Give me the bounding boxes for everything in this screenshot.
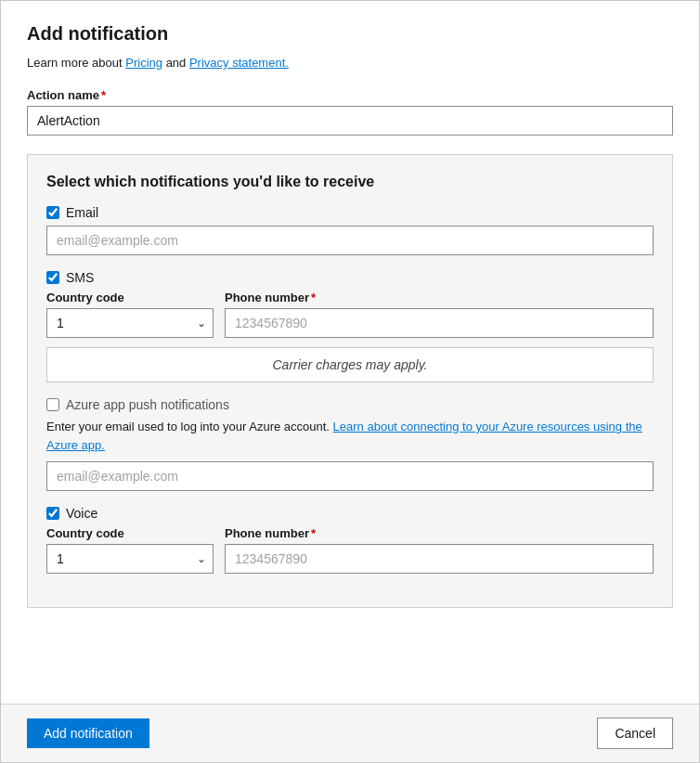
azure-push-description: Enter your email used to log into your A… <box>46 418 654 454</box>
action-name-field: Action name* <box>27 88 673 136</box>
azure-push-label[interactable]: Azure app push notifications <box>66 397 229 412</box>
voice-country-group: Country code 1 44 91 ⌄ <box>46 526 214 574</box>
voice-label[interactable]: Voice <box>66 506 97 521</box>
azure-push-section: Azure app push notifications Enter your … <box>46 397 654 491</box>
email-section: Email <box>46 205 654 255</box>
modal-body: Add notification Learn more about Pricin… <box>1 1 699 704</box>
learn-more-line: Learn more about Pricing and Privacy sta… <box>27 56 673 70</box>
email-checkbox[interactable] <box>46 206 59 219</box>
sms-section: SMS Country code 1 44 91 ⌄ <box>46 270 654 382</box>
sms-country-label: Country code <box>46 291 214 304</box>
voice-country-select-wrapper: 1 44 91 ⌄ <box>46 544 214 574</box>
sms-checkbox-row: SMS <box>46 270 654 285</box>
section-title: Select which notifications you'd like to… <box>46 174 654 190</box>
sms-label[interactable]: SMS <box>66 270 94 285</box>
voice-country-select[interactable]: 1 44 91 <box>46 544 214 574</box>
voice-checkbox-row: Voice <box>46 506 654 521</box>
carrier-notice: Carrier charges may apply. <box>46 347 654 382</box>
action-name-input[interactable] <box>27 106 673 136</box>
azure-push-email-input[interactable] <box>46 461 654 491</box>
email-input[interactable] <box>46 226 654 255</box>
voice-phone-label: Phone number* <box>225 526 654 540</box>
email-checkbox-row: Email <box>46 205 654 220</box>
sms-phone-input[interactable] <box>225 308 654 338</box>
voice-checkbox[interactable] <box>46 507 59 520</box>
pricing-link[interactable]: Pricing <box>125 56 162 70</box>
modal-footer: Add notification Cancel <box>1 704 699 762</box>
modal-container: Add notification Learn more about Pricin… <box>0 0 700 763</box>
sms-country-select-wrapper: 1 44 91 ⌄ <box>46 308 214 338</box>
notification-section: Select which notifications you'd like to… <box>27 154 673 608</box>
sms-phone-row: Country code 1 44 91 ⌄ Phone numb <box>46 291 654 338</box>
voice-phone-row: Country code 1 44 91 ⌄ Phone numb <box>46 526 654 574</box>
azure-push-checkbox-row: Azure app push notifications <box>46 397 654 412</box>
action-name-label: Action name* <box>27 88 673 102</box>
add-notification-button[interactable]: Add notification <box>27 718 149 748</box>
azure-push-checkbox[interactable] <box>46 398 59 411</box>
voice-country-label: Country code <box>46 526 214 540</box>
sms-country-select[interactable]: 1 44 91 <box>46 308 214 338</box>
privacy-link[interactable]: Privacy statement. <box>189 56 289 70</box>
voice-section: Voice Country code 1 44 91 ⌄ <box>46 506 654 574</box>
cancel-button[interactable]: Cancel <box>597 718 673 749</box>
page-title: Add notification <box>27 23 673 45</box>
sms-phone-label: Phone number* <box>225 291 654 304</box>
email-label[interactable]: Email <box>66 205 98 220</box>
voice-required-star: * <box>311 526 316 540</box>
required-star: * <box>101 88 106 102</box>
learn-more-and: and <box>166 56 187 70</box>
sms-phone-group: Phone number* <box>225 291 654 338</box>
sms-checkbox[interactable] <box>46 271 59 284</box>
sms-required-star: * <box>311 291 316 304</box>
voice-phone-input[interactable] <box>225 544 654 574</box>
voice-phone-group: Phone number* <box>225 526 654 574</box>
sms-country-group: Country code 1 44 91 ⌄ <box>46 291 214 338</box>
learn-more-prefix: Learn more about <box>27 56 123 70</box>
